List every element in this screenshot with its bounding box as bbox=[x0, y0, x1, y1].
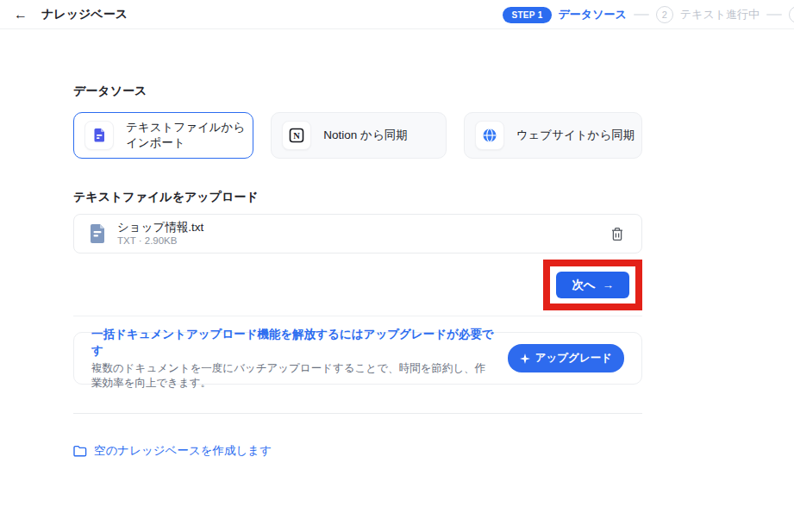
step3-circle-partial bbox=[789, 6, 794, 23]
divider bbox=[73, 413, 642, 414]
step2-circle: 2 bbox=[656, 6, 673, 23]
uploaded-file-row: ショップ情報.txt TXT · 2.90KB bbox=[73, 214, 642, 253]
datasource-section-label: データソース bbox=[73, 84, 642, 99]
datasource-cards: テキストファイルからインポート N Notion から同期 ウェブサイトか bbox=[73, 112, 642, 159]
upgrade-banner-texts: 一括ドキュメントアップロード機能を解放するにはアップグレードが必要です 複数のド… bbox=[91, 326, 494, 391]
stepper-separator bbox=[766, 14, 782, 16]
upgrade-banner-title: 一括ドキュメントアップロード機能を解放するにはアップグレードが必要です bbox=[91, 326, 494, 359]
upgrade-button-label: アップグレード bbox=[535, 351, 612, 366]
next-button-label: 次へ bbox=[572, 278, 595, 293]
divider bbox=[73, 316, 642, 316]
file-meta: TXT · 2.90KB bbox=[117, 235, 203, 247]
delete-file-button[interactable] bbox=[607, 223, 628, 244]
document-icon bbox=[88, 223, 107, 244]
card-label: テキストファイルからインポート bbox=[126, 120, 253, 151]
step1-badge: STEP 1 bbox=[503, 7, 551, 23]
file-info: ショップ情報.txt TXT · 2.90KB bbox=[117, 220, 203, 247]
stepper: STEP 1 データソース 2 テキスト進行中 bbox=[503, 0, 794, 29]
text-file-icon bbox=[84, 121, 114, 150]
create-empty-kb-label: 空のナレッジベースを作成します bbox=[94, 443, 272, 459]
card-label: Notion から同期 bbox=[323, 128, 407, 143]
card-label: ウェブサイトから同期 bbox=[516, 128, 635, 143]
file-name: ショップ情報.txt bbox=[117, 220, 203, 235]
card-import-text-file[interactable]: テキストファイルからインポート bbox=[73, 112, 253, 159]
stepper-separator bbox=[634, 14, 649, 16]
upload-section-label: テキストファイルをアップロード bbox=[73, 190, 642, 205]
notion-icon: N bbox=[282, 121, 311, 150]
trash-icon bbox=[610, 227, 624, 241]
globe-icon bbox=[475, 121, 504, 150]
svg-text:N: N bbox=[294, 131, 301, 141]
upgrade-banner: 一括ドキュメントアップロード機能を解放するにはアップグレードが必要です 複数のド… bbox=[73, 332, 642, 385]
actions-row: 次へ → bbox=[73, 260, 642, 310]
upgrade-banner-subtitle: 複数のドキュメントを一度にバッチアップロードすることで、時間を節約し、作業効率を… bbox=[91, 361, 494, 391]
arrow-right-icon: → bbox=[603, 279, 615, 291]
main-content: データソース テキストファイルからインポート N Notion から同期 bbox=[73, 84, 642, 460]
folder-icon bbox=[73, 445, 87, 457]
sparkle-icon bbox=[520, 354, 530, 364]
next-button[interactable]: 次へ → bbox=[556, 272, 629, 298]
upgrade-button[interactable]: アップグレード bbox=[508, 344, 624, 372]
card-sync-notion[interactable]: N Notion から同期 bbox=[271, 112, 446, 159]
annotation-highlight: 次へ → bbox=[543, 260, 642, 310]
back-button[interactable]: ← bbox=[10, 4, 31, 25]
card-sync-website[interactable]: ウェブサイトから同期 bbox=[464, 112, 642, 159]
create-empty-kb-link[interactable]: 空のナレッジベースを作成します bbox=[73, 443, 272, 459]
top-bar: ← ナレッジベース STEP 1 データソース 2 テキスト進行中 bbox=[0, 0, 794, 29]
step1-label: データソース bbox=[559, 7, 627, 22]
step2-label: テキスト進行中 bbox=[680, 7, 760, 22]
page-title: ナレッジベース bbox=[41, 7, 128, 22]
back-arrow-icon: ← bbox=[14, 7, 28, 22]
